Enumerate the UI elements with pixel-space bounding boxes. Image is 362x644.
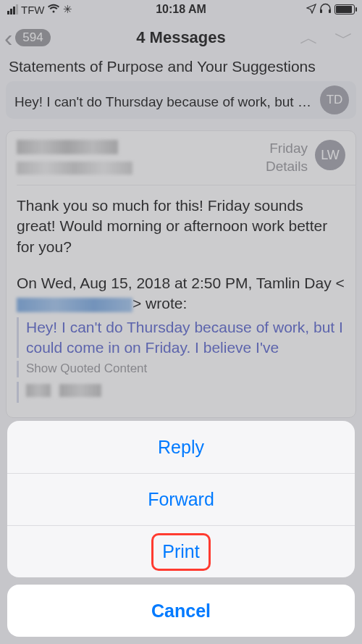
reply-button[interactable]: Reply bbox=[7, 421, 355, 473]
print-button[interactable]: Print bbox=[7, 525, 355, 577]
action-sheet: Reply Forward Print Cancel bbox=[7, 421, 355, 637]
forward-button[interactable]: Forward bbox=[7, 473, 355, 525]
cancel-button[interactable]: Cancel bbox=[7, 585, 355, 637]
